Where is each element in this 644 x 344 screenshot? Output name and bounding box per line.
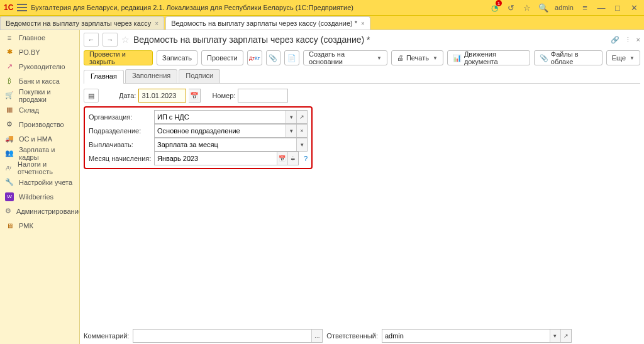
logo-1c: 1C (4, 3, 13, 12)
sidebar-label: ОС и НМА (19, 135, 52, 143)
toolbar: Провести и закрыть Записать Провести ДтК… (84, 49, 640, 67)
pay-label: Выплачивать: (89, 141, 152, 148)
attach-icon[interactable]: 📎 (266, 50, 281, 65)
spinner-icon[interactable]: ≑ (287, 152, 298, 165)
org-input[interactable] (155, 113, 286, 121)
subtab-fill[interactable]: Заполнения (125, 69, 177, 83)
sidebar-label: Производство (19, 121, 64, 128)
month-label: Месяц начисления: (89, 155, 152, 162)
tab-list[interactable]: Ведомости на выплату зарплаты через касс… (0, 16, 164, 30)
subtab-main[interactable]: Главная (84, 70, 124, 84)
maximize-icon[interactable]: □ (613, 3, 623, 13)
sidebar-label: Налоги и отчетность (18, 160, 74, 175)
sidebar-item-production[interactable]: ⚙Производство (0, 117, 79, 131)
org-combo[interactable]: ▾ ↗ (154, 110, 308, 124)
chevron-down-icon[interactable]: ▾ (550, 330, 560, 342)
document-tabs: Ведомости на выплату зарплаты через касс… (0, 16, 644, 30)
sidebar-item-wildberries[interactable]: WWildberries (0, 189, 79, 204)
dept-input[interactable] (155, 127, 286, 135)
sidebar-item-taxes[interactable]: ДтНалоги и отчетность (0, 160, 79, 175)
dept-combo[interactable]: ▾ × (154, 124, 308, 138)
post-button[interactable]: Провести (201, 50, 243, 65)
resp-combo[interactable]: ▾ ↗ (382, 329, 572, 343)
content-area: ← → ☆ Ведомость на выплату зарплаты чере… (80, 30, 644, 344)
chevron-down-icon[interactable]: ▾ (286, 111, 296, 123)
comment-label: Комментарий: (84, 332, 129, 340)
date-input[interactable] (138, 89, 186, 103)
sidebar-label: Покупки и продажи (19, 88, 74, 103)
save-button[interactable]: Записать (157, 50, 197, 65)
number-input[interactable] (238, 89, 288, 103)
sidebar-label: Главное (19, 34, 45, 42)
sidebar-label: Wildberries (19, 193, 53, 201)
minimize-icon[interactable]: — (596, 3, 606, 13)
sidebar-label: PO.BY (19, 48, 40, 56)
settings-icon[interactable]: ≡ (580, 3, 590, 13)
pay-combo[interactable]: ▾ (154, 138, 308, 152)
star-icon[interactable]: ☆ (121, 35, 130, 45)
clear-icon[interactable]: × (296, 125, 307, 137)
sidebar-label: Настройки учета (19, 179, 72, 186)
resp-label: Ответственный: (326, 332, 378, 340)
sidebar: ≡Главное ✱PO.BY ↗Руководителю ₿Банк и ка… (0, 30, 80, 344)
link-icon[interactable]: 🔗 (611, 36, 619, 44)
comment-input[interactable] (133, 332, 311, 340)
post-and-close-button[interactable]: Провести и закрыть (84, 50, 153, 65)
doc-close-icon[interactable]: × (636, 36, 640, 44)
sidebar-item-settings[interactable]: 🔧Настройки учета (0, 175, 79, 189)
notifications-icon[interactable]: ◔ (489, 3, 499, 13)
open-icon[interactable]: ↗ (560, 330, 571, 342)
search-icon[interactable]: 🔍 (538, 3, 548, 13)
chevron-down-icon[interactable]: ▾ (296, 138, 307, 151)
resp-input[interactable] (382, 332, 550, 340)
comment-combo[interactable]: … (133, 329, 323, 343)
sidebar-item-sales[interactable]: 🛒Покупки и продажи (0, 88, 79, 103)
chevron-down-icon[interactable]: ▾ (286, 125, 296, 137)
back-button[interactable]: ← (84, 33, 99, 47)
footer: Комментарий: … Ответственный: ▾ ↗ (84, 324, 640, 344)
more-button[interactable]: Еще▼ (606, 50, 640, 65)
print-form-icon[interactable]: 📄 (284, 50, 299, 65)
menu-icon[interactable] (17, 4, 27, 11)
month-combo[interactable]: 📅 ≑ (154, 152, 299, 165)
ellipsis-icon[interactable]: … (311, 330, 322, 342)
sidebar-label: Склад (19, 106, 39, 114)
sidebar-item-rmk[interactable]: 🖥РМК (0, 218, 79, 233)
create-based-button[interactable]: Создать на основании▼ (303, 50, 387, 65)
doc-menu-icon[interactable]: ⋮ (625, 36, 631, 44)
sidebar-item-bank[interactable]: ₿Банк и касса (0, 74, 79, 88)
help-icon[interactable]: ? (304, 155, 308, 162)
sidebar-label: Зарплата и кадры (19, 146, 74, 161)
subtab-sign[interactable]: Подписи (179, 69, 220, 83)
sidebar-item-salary[interactable]: 👥Зарплата и кадры (0, 146, 79, 160)
tab-close-icon[interactable]: × (361, 20, 365, 27)
pay-input[interactable] (155, 141, 296, 148)
sidebar-item-manager[interactable]: ↗Руководителю (0, 59, 79, 74)
sub-tabs: Главная Заполнения Подписи (84, 69, 640, 84)
dtkt-icon[interactable]: ДтКт (247, 50, 262, 65)
user-name[interactable]: admin (555, 4, 574, 11)
tab-document[interactable]: Ведомость на выплату зарплаты через касс… (165, 16, 370, 30)
sidebar-item-poby[interactable]: ✱PO.BY (0, 45, 79, 59)
favorite-icon[interactable]: ☆ (522, 3, 532, 13)
forward-button[interactable]: → (103, 33, 118, 47)
calendar-icon[interactable]: 📅 (277, 152, 287, 165)
sidebar-label: Администрирование (16, 208, 80, 215)
month-input[interactable] (155, 155, 277, 162)
calendar-icon[interactable]: 📅 (189, 89, 201, 103)
list-view-icon[interactable]: ▤ (84, 89, 99, 103)
tab-label: Ведомость на выплату зарплаты через касс… (171, 19, 357, 27)
print-button[interactable]: 🖨 Печать▼ (391, 50, 443, 65)
open-icon[interactable]: ↗ (296, 111, 307, 123)
close-icon[interactable]: ✕ (629, 3, 639, 13)
sidebar-item-warehouse[interactable]: ▦Склад (0, 103, 79, 117)
sidebar-label: РМК (19, 222, 33, 230)
sidebar-item-main[interactable]: ≡Главное (0, 30, 79, 45)
tab-close-icon[interactable]: × (155, 20, 158, 27)
sidebar-label: Руководителю (19, 63, 65, 70)
sidebar-item-admin[interactable]: ⚙Администрирование (0, 204, 79, 218)
movements-button[interactable]: 📊 Движения документа (447, 50, 530, 65)
sidebar-item-assets[interactable]: 🚚ОС и НМА (0, 131, 79, 146)
cloud-files-button[interactable]: 📎 Файлы в облаке (534, 50, 602, 65)
history-icon[interactable]: ↺ (506, 3, 516, 13)
